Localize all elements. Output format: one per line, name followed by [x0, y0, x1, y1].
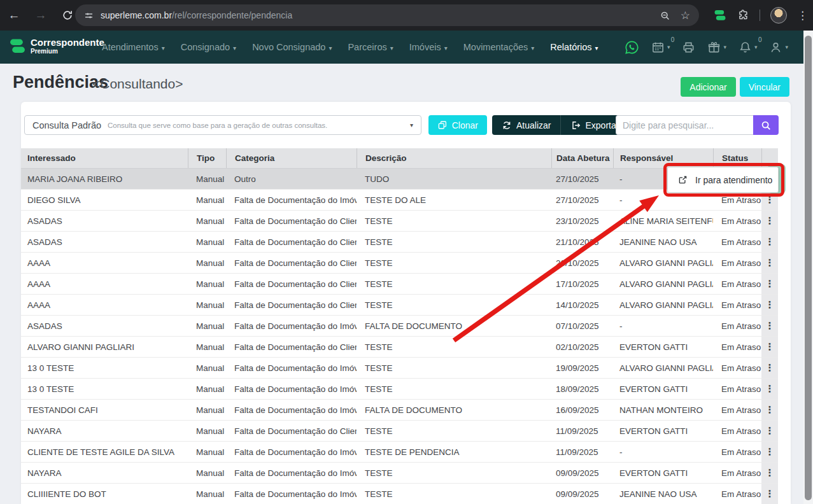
cell-responsavel: NATHAN MONTEIRO [613, 400, 713, 420]
search-input[interactable] [616, 115, 753, 135]
chrome-menu-icon[interactable]: ⋮ [797, 10, 808, 21]
screen: ← → superleme.com.br/rel/correspondente/… [0, 0, 813, 504]
cell-tipo: Manual [188, 463, 226, 483]
table-row[interactable]: NAYARA Manual Falta de Documentação do I… [21, 463, 778, 484]
table-row[interactable]: ASADAS Manual Falta de Documentação do I… [21, 316, 778, 337]
cell-descricao: FALTA DE DOCUMENTO [357, 400, 551, 420]
adicionar-button[interactable]: Adicionar [681, 77, 735, 97]
address-bar[interactable]: superleme.com.br/rel/correspondente/pend… [75, 4, 699, 26]
nav-item-3[interactable]: Novo Consignado ▾ [252, 42, 332, 52]
zoom-icon[interactable] [660, 10, 670, 21]
gift-icon[interactable]: ▾ [707, 41, 726, 54]
cell-tipo: Manual [188, 379, 226, 399]
cell-interessado: CLIIIIENTE DO BOT [21, 484, 188, 504]
cell-interessado: NAYARA [21, 463, 188, 483]
brand[interactable]: Correspondente Premium [9, 38, 104, 55]
cell-categoria: Falta de Documentação do Imóvel [226, 316, 357, 336]
site-settings-icon[interactable] [83, 10, 94, 21]
cell-descricao: TESTE [357, 295, 551, 315]
row-actions-kebab-icon[interactable]: ⋮ [761, 274, 778, 294]
atualizar-button[interactable]: Atualizar [492, 115, 560, 135]
column-header-categoria: Categoria [226, 148, 357, 168]
nav-item-4[interactable]: Parceiros ▾ [348, 42, 393, 52]
cell-data-abetura: 18/09/2025 [551, 379, 613, 399]
bookmark-star-icon[interactable]: ☆ [681, 10, 690, 21]
cell-status: Em Atraso [713, 316, 761, 336]
nav-item-label: Imóveis [409, 42, 441, 52]
cell-categoria: Falta de Documentação do Cliente [226, 232, 357, 252]
cell-responsavel: ALVARO GIANNI PAGLIARI [613, 274, 713, 294]
row-actions-kebab-icon[interactable]: ⋮ [761, 337, 778, 357]
table-row[interactable]: TESTANDOI CAFI Manual Falta de Documenta… [21, 400, 778, 421]
table-row[interactable]: CLIIIIENTE DO BOT Manual Falta de Docume… [21, 484, 778, 504]
chevron-down-icon: ▾ [754, 44, 758, 50]
table-row[interactable]: ALVARO GIANNI PAGLIARI Manual Falta de D… [21, 337, 778, 358]
row-actions-kebab-icon[interactable]: ⋮ [761, 421, 778, 441]
scrollbar-track[interactable] [803, 31, 813, 504]
table-row[interactable]: NAYARA Manual Falta de Documentação do C… [21, 421, 778, 442]
nav-item-2[interactable]: Consignado ▾ [181, 42, 236, 52]
row-actions-kebab-icon[interactable]: ⋮ [761, 316, 778, 336]
row-actions-kebab-icon[interactable]: ⋮ [761, 442, 778, 462]
nav-item-6[interactable]: Movimentações ▾ [463, 42, 535, 52]
nav-item-5[interactable]: Imóveis ▾ [409, 42, 448, 52]
context-menu-item-ir-para-atendimento[interactable]: Ir para atendimento [667, 167, 779, 193]
whatsapp-icon[interactable] [625, 40, 639, 55]
brand-title: Correspondente [31, 38, 104, 47]
scrollbar-thumb[interactable] [805, 36, 812, 500]
cell-tipo: Manual [188, 484, 226, 504]
content-card: Consulta Padrão Consulta que serve como … [21, 102, 791, 504]
table-row[interactable]: ASADAS Manual Falta de Documentação do C… [21, 232, 778, 253]
calendar-badge: 0 [671, 36, 675, 43]
row-actions-kebab-icon[interactable]: ⋮ [761, 232, 778, 252]
brand-subtitle: Premium [31, 48, 104, 55]
clonar-button[interactable]: Clonar [428, 115, 487, 135]
cell-data-abetura: 09/09/2025 [551, 463, 613, 483]
cell-tipo: Manual [188, 400, 226, 420]
cell-descricao: TESTE [357, 358, 551, 378]
cell-status: Em Atraso [713, 421, 761, 441]
nav-item-7[interactable]: Relatórios ▾ [550, 42, 598, 52]
chevron-down-icon: ▾ [531, 45, 534, 52]
table-row[interactable]: DIEGO SILVA Manual Falta de Documentação… [21, 190, 778, 211]
vincular-button[interactable]: Vincular [740, 77, 789, 97]
table-row[interactable]: AAAA Manual Falta de Documentação do Cli… [21, 253, 778, 274]
table-row[interactable]: 13 0 TESTE Manual Falta de Documentação … [21, 379, 778, 400]
row-actions-kebab-icon[interactable]: ⋮ [761, 358, 778, 378]
chevron-down-icon: ▾ [162, 45, 165, 52]
user-icon[interactable]: ▾ [769, 41, 788, 54]
row-actions-kebab-icon[interactable]: ⋮ [761, 253, 778, 273]
row-actions-kebab-icon[interactable]: ⋮ [761, 463, 778, 483]
cell-categoria: Falta de Documentação do Imóvel [226, 484, 357, 504]
consulta-select[interactable]: Consulta Padrão Consulta que serve como … [24, 115, 421, 135]
column-header-status: Status [713, 148, 761, 168]
profile-avatar[interactable] [770, 7, 787, 24]
extensions-puzzle-icon[interactable] [737, 9, 749, 22]
cell-tipo: Manual [188, 211, 226, 231]
row-actions-kebab-icon[interactable]: ⋮ [761, 295, 778, 315]
table-row[interactable]: MARIA JOANA RIBEIRO Manual Outro TUDO 27… [21, 169, 778, 190]
row-actions-kebab-icon[interactable]: ⋮ [761, 211, 778, 231]
calendar-icon[interactable]: 0 ▾ [651, 41, 670, 54]
table-row[interactable]: 13 0 TESTE Manual Falta de Documentação … [21, 358, 778, 379]
browser-chrome: ← → superleme.com.br/rel/correspondente/… [0, 0, 813, 31]
table-row[interactable]: ASADAS Manual Falta de Documentação do C… [21, 211, 778, 232]
column-header-responsavel: Responsável [613, 148, 713, 168]
search-button[interactable] [753, 115, 779, 135]
forward-button[interactable]: → [33, 8, 48, 23]
row-actions-kebab-icon[interactable]: ⋮ [761, 484, 778, 504]
superleme-extension-icon[interactable] [714, 9, 726, 22]
bell-icon[interactable]: 0 ▾ [739, 41, 758, 54]
table-row[interactable]: AAAA Manual Falta de Documentação do Cli… [21, 274, 778, 295]
nav-item-1[interactable]: Atendimentos ▾ [102, 42, 165, 52]
table-row[interactable]: CLIENTE DE TESTE AGILE DA SILVA Manual F… [21, 442, 778, 463]
row-actions-kebab-icon[interactable]: ⋮ [761, 400, 778, 420]
cell-categoria: Falta de Documentação do Cliente [226, 421, 357, 441]
cell-interessado: AAAA [21, 253, 188, 273]
back-button[interactable]: ← [6, 8, 22, 23]
cell-responsavel: JEANINE NAO USA [613, 232, 713, 252]
table-row[interactable]: AAAA Manual Falta de Documentação do Cli… [21, 295, 778, 316]
printer-icon[interactable] [682, 41, 695, 54]
row-actions-kebab-icon[interactable]: ⋮ [761, 379, 778, 399]
reload-button[interactable] [60, 8, 75, 23]
